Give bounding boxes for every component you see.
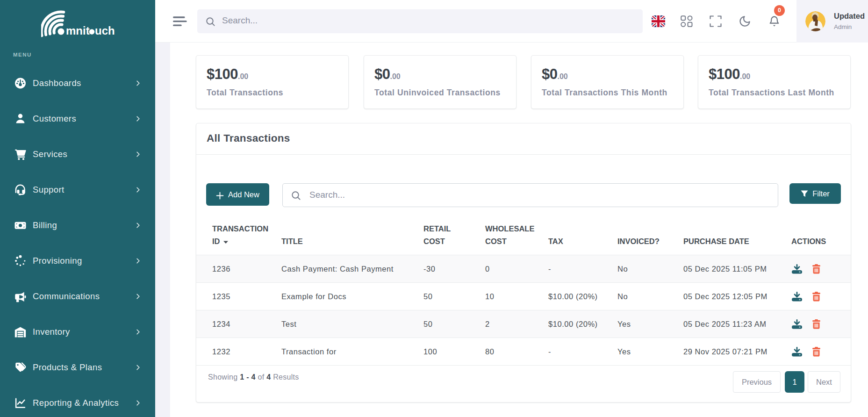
svg-text:uch: uch (95, 24, 115, 37)
svg-text:mnit: mnit (66, 24, 90, 37)
